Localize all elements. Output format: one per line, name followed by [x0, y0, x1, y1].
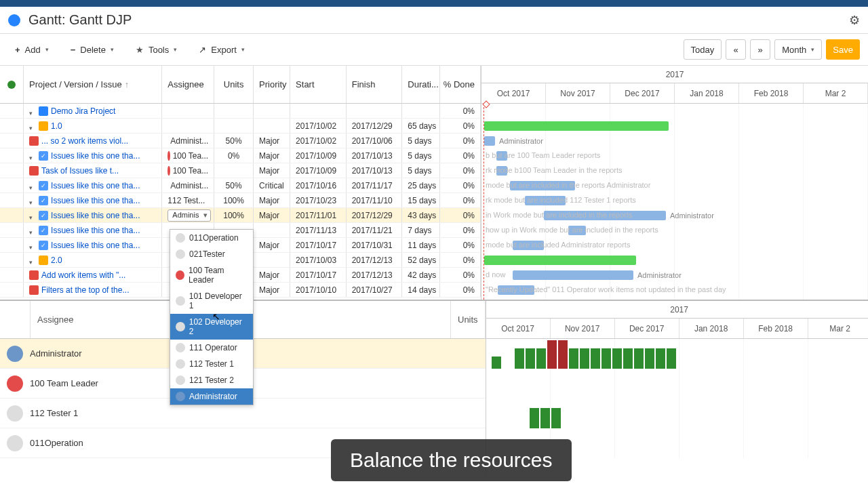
gantt-bar[interactable] — [484, 256, 636, 265]
month-cell: Oct 2017 — [481, 83, 546, 103]
col-done[interactable]: % Done — [440, 66, 481, 103]
export-button[interactable]: Export — [192, 41, 252, 59]
task-row[interactable]: ✓Issues like this one tha...Administ...5… — [0, 178, 481, 193]
load-bar — [634, 348, 644, 369]
resource-name: Administrator — [30, 348, 82, 359]
gantt-bar[interactable] — [484, 121, 669, 131]
task-row[interactable]: Task of Issues like t...100 Tea...Major2… — [0, 163, 481, 178]
load-bar — [623, 348, 633, 369]
assignee-dropdown[interactable]: 011Operation021Tester100 Team Leader101 … — [170, 229, 254, 405]
dropdown-item[interactable]: 021Tester — [170, 246, 253, 262]
res-timeline-months: Oct 2017Nov 2017Dec 2017Jan 2018Feb 2018… — [486, 319, 868, 339]
next-button[interactable]: » — [750, 39, 770, 60]
toolbar: Add Delete Tools Export Today « » Month … — [0, 34, 868, 66]
dropdown-item[interactable]: 111 Operator — [170, 340, 253, 356]
load-bar — [515, 348, 524, 369]
avatar — [7, 346, 23, 362]
dropdown-item[interactable]: 101 Developer 1 — [170, 288, 253, 314]
col-indicator — [0, 66, 24, 103]
res-col-avatar — [0, 301, 31, 338]
task-row[interactable]: ✓Issues like this one tha...112 Test...1… — [0, 193, 481, 208]
assignee-combo[interactable]: Adminis — [167, 209, 211, 222]
resource-name: 011Operation — [30, 438, 83, 448]
gantt-bar[interactable] — [510, 181, 575, 190]
resource-name: 112 Tester 1 — [30, 408, 78, 418]
gantt-bar[interactable] — [513, 241, 544, 250]
col-units[interactable]: Units — [214, 66, 254, 103]
load-bar — [530, 408, 539, 428]
res-col-units[interactable]: Units — [451, 301, 486, 338]
load-bar — [667, 348, 676, 369]
avatar-icon — [176, 375, 185, 385]
load-bar — [558, 340, 568, 369]
month-cell: Jan 2018 — [675, 83, 739, 103]
grid-header: Project / Version / Issue↑ Assignee Unit… — [0, 66, 481, 104]
avatar-icon — [176, 392, 185, 401]
page-title: Gantt: Gantt DJP — [28, 12, 841, 28]
res-timeline-year: 2017 — [486, 301, 868, 319]
prev-button[interactable]: « — [726, 39, 746, 60]
gantt-bar[interactable] — [525, 196, 566, 205]
load-bar — [492, 357, 501, 369]
avatar-icon — [176, 322, 185, 331]
month-cell: Feb 2018 — [744, 319, 808, 338]
gantt-bar[interactable] — [496, 166, 507, 176]
dropdown-item[interactable]: 011Operation — [170, 230, 253, 246]
col-project[interactable]: Project / Version / Issue↑ — [24, 66, 162, 103]
gantt-bar[interactable]: Administrator — [484, 136, 495, 146]
col-finish[interactable]: Finish — [347, 66, 403, 103]
col-priority[interactable]: Priority — [254, 66, 290, 103]
delete-button[interactable]: Delete — [64, 41, 121, 59]
load-bar — [569, 348, 578, 369]
dropdown-item[interactable]: 100 Team Leader — [170, 262, 253, 288]
avatar-icon — [176, 343, 185, 352]
task-row[interactable]: ... so 2 work items viol...Administ...50… — [0, 134, 481, 148]
load-bar — [526, 348, 535, 369]
dropdown-item[interactable]: 112 Tester 1 — [170, 356, 253, 372]
load-bar — [540, 408, 550, 428]
avatar — [7, 405, 23, 422]
avatar-icon — [176, 270, 184, 280]
timeline-months: Oct 2017Nov 2017Dec 2017Jan 2018Feb 2018… — [481, 83, 868, 104]
dropdown-item[interactable]: 102 Developer 2 — [170, 314, 253, 340]
month-cell: Feb 2018 — [739, 83, 804, 103]
load-row — [486, 339, 868, 369]
page-header: Gantt: Gantt DJP — [0, 7, 868, 34]
col-assignee[interactable]: Assignee — [162, 66, 214, 103]
task-row[interactable]: 1.02017/10/022017/12/2965 days0% — [0, 119, 481, 134]
load-bar — [551, 408, 561, 428]
load-bar — [591, 348, 600, 369]
month-cell: Jan 2018 — [679, 319, 744, 338]
gantt-bar[interactable] — [496, 151, 507, 161]
month-cell: Dec 2017 — [610, 83, 675, 103]
gantt-bar[interactable]: Administrator — [513, 270, 633, 280]
gantt-body[interactable]: Administratorb but are 100 Team Leader r… — [481, 104, 868, 300]
timeline-year: 2017 — [481, 66, 868, 83]
save-button[interactable]: Save — [826, 39, 860, 60]
month-cell: Oct 2017 — [486, 319, 551, 338]
top-nav — [0, 0, 868, 7]
load-bar — [547, 340, 557, 369]
gantt-bar[interactable]: Administrator — [544, 211, 666, 220]
load-row — [486, 399, 868, 428]
gantt-split: Project / Version / Issue↑ Assignee Unit… — [0, 66, 868, 300]
add-button[interactable]: Add — [8, 41, 56, 59]
month-cell: Dec 2017 — [615, 319, 679, 338]
task-row[interactable]: ✓Issues like this one tha...Adminis100%M… — [0, 208, 481, 223]
today-button[interactable]: Today — [684, 39, 722, 60]
col-start[interactable]: Start — [290, 66, 347, 103]
load-bar — [601, 348, 611, 369]
resource-name: 100 Team Leader — [30, 378, 98, 388]
avatar — [7, 435, 23, 451]
dropdown-item[interactable]: Administrator — [170, 388, 253, 405]
task-row[interactable]: ✓Issues like this one tha...100 Tea...0%… — [0, 148, 481, 163]
gear-icon[interactable] — [849, 13, 860, 28]
gantt-bar[interactable] — [568, 226, 586, 235]
scale-month-button[interactable]: Month — [774, 39, 822, 60]
col-duration[interactable]: Durati... — [402, 66, 440, 103]
gantt-bar[interactable] — [498, 285, 534, 295]
tools-button[interactable]: Tools — [129, 41, 184, 59]
avatar-icon — [176, 233, 185, 243]
task-row[interactable]: Demo Jira Project0% — [0, 104, 481, 119]
dropdown-item[interactable]: 121 Tester 2 — [170, 372, 253, 388]
